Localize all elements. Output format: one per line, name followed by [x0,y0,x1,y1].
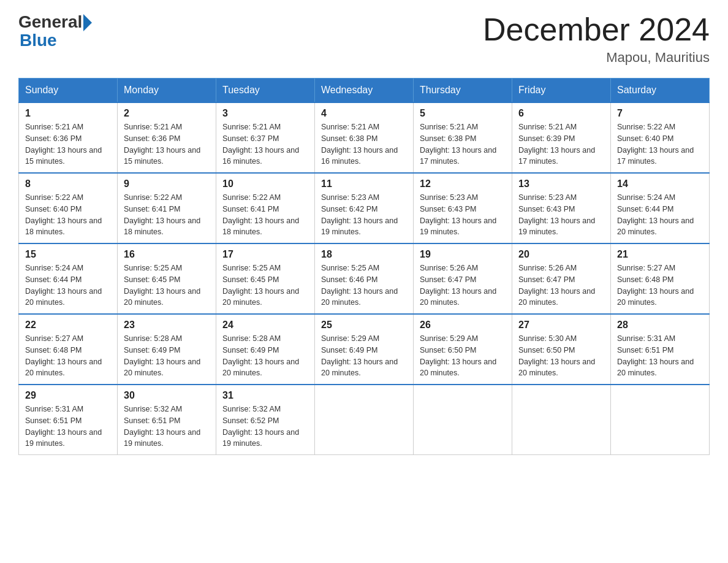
page-header: General Blue December 2024 Mapou, Maurit… [18,12,710,66]
day-info: Sunrise: 5:28 AM Sunset: 6:49 PM Dayligh… [124,333,210,379]
calendar-table: Sunday Monday Tuesday Wednesday Thursday… [18,78,710,455]
day-number: 1 [25,108,111,119]
table-row: 23 Sunrise: 5:28 AM Sunset: 6:49 PM Dayl… [118,314,216,385]
calendar-week-row: 1 Sunrise: 5:21 AM Sunset: 6:36 PM Dayli… [19,102,710,173]
col-wednesday: Wednesday [315,79,414,103]
calendar-week-row: 8 Sunrise: 5:22 AM Sunset: 6:40 PM Dayli… [19,173,710,243]
table-row: 9 Sunrise: 5:22 AM Sunset: 6:41 PM Dayli… [118,173,216,243]
day-number: 15 [25,249,111,260]
day-number: 19 [420,249,506,260]
table-row: 30 Sunrise: 5:32 AM Sunset: 6:51 PM Dayl… [118,385,216,455]
day-number: 27 [518,320,604,331]
table-row: 11 Sunrise: 5:23 AM Sunset: 6:42 PM Dayl… [315,173,414,243]
day-info: Sunrise: 5:21 AM Sunset: 6:36 PM Dayligh… [25,121,111,167]
day-number: 7 [617,108,703,119]
table-row: 16 Sunrise: 5:25 AM Sunset: 6:45 PM Dayl… [118,243,216,314]
day-number: 12 [420,178,506,190]
table-row [512,385,611,455]
day-number: 14 [617,178,703,190]
day-number: 30 [124,390,210,401]
day-number: 31 [222,390,308,401]
table-row: 1 Sunrise: 5:21 AM Sunset: 6:36 PM Dayli… [19,102,118,173]
table-row: 13 Sunrise: 5:23 AM Sunset: 6:43 PM Dayl… [512,173,611,243]
table-row: 28 Sunrise: 5:31 AM Sunset: 6:51 PM Dayl… [611,314,710,385]
logo-text-blue: Blue [20,32,57,49]
day-info: Sunrise: 5:22 AM Sunset: 6:41 PM Dayligh… [222,192,308,238]
day-info: Sunrise: 5:32 AM Sunset: 6:52 PM Dayligh… [222,404,308,450]
month-year-title: December 2024 [483,12,710,47]
table-row: 19 Sunrise: 5:26 AM Sunset: 6:47 PM Dayl… [414,243,512,314]
logo-triangle-icon [83,14,92,31]
logo: General Blue [18,12,92,49]
table-row [414,385,512,455]
day-info: Sunrise: 5:25 AM Sunset: 6:45 PM Dayligh… [124,262,210,308]
day-info: Sunrise: 5:27 AM Sunset: 6:48 PM Dayligh… [25,333,111,379]
table-row: 25 Sunrise: 5:29 AM Sunset: 6:49 PM Dayl… [315,314,414,385]
day-info: Sunrise: 5:23 AM Sunset: 6:43 PM Dayligh… [518,192,604,238]
day-number: 29 [25,390,111,401]
table-row: 29 Sunrise: 5:31 AM Sunset: 6:51 PM Dayl… [19,385,118,455]
day-number: 18 [321,249,407,260]
col-tuesday: Tuesday [216,79,315,103]
day-number: 28 [617,320,703,331]
day-number: 26 [420,320,506,331]
calendar-week-row: 15 Sunrise: 5:24 AM Sunset: 6:44 PM Dayl… [19,243,710,314]
day-info: Sunrise: 5:22 AM Sunset: 6:40 PM Dayligh… [25,192,111,238]
day-number: 25 [321,320,407,331]
day-info: Sunrise: 5:21 AM Sunset: 6:39 PM Dayligh… [518,121,604,167]
day-number: 3 [222,108,308,119]
table-row: 17 Sunrise: 5:25 AM Sunset: 6:45 PM Dayl… [216,243,315,314]
day-info: Sunrise: 5:23 AM Sunset: 6:43 PM Dayligh… [420,192,506,238]
day-number: 4 [321,108,407,119]
day-info: Sunrise: 5:24 AM Sunset: 6:44 PM Dayligh… [617,192,703,238]
table-row: 24 Sunrise: 5:28 AM Sunset: 6:49 PM Dayl… [216,314,315,385]
logo-text-general: General [18,12,82,32]
day-number: 20 [518,249,604,260]
table-row: 27 Sunrise: 5:30 AM Sunset: 6:50 PM Dayl… [512,314,611,385]
table-row: 14 Sunrise: 5:24 AM Sunset: 6:44 PM Dayl… [611,173,710,243]
day-info: Sunrise: 5:25 AM Sunset: 6:45 PM Dayligh… [222,262,308,308]
table-row [611,385,710,455]
day-info: Sunrise: 5:26 AM Sunset: 6:47 PM Dayligh… [420,262,506,308]
day-info: Sunrise: 5:27 AM Sunset: 6:48 PM Dayligh… [617,262,703,308]
day-number: 24 [222,320,308,331]
table-row [315,385,414,455]
day-info: Sunrise: 5:30 AM Sunset: 6:50 PM Dayligh… [518,333,604,379]
table-row: 26 Sunrise: 5:29 AM Sunset: 6:50 PM Dayl… [414,314,512,385]
calendar-week-row: 29 Sunrise: 5:31 AM Sunset: 6:51 PM Dayl… [19,385,710,455]
col-saturday: Saturday [611,79,710,103]
day-number: 23 [124,320,210,331]
table-row: 20 Sunrise: 5:26 AM Sunset: 6:47 PM Dayl… [512,243,611,314]
table-row: 22 Sunrise: 5:27 AM Sunset: 6:48 PM Dayl… [19,314,118,385]
day-info: Sunrise: 5:24 AM Sunset: 6:44 PM Dayligh… [25,262,111,308]
table-row: 2 Sunrise: 5:21 AM Sunset: 6:36 PM Dayli… [118,102,216,173]
table-row: 5 Sunrise: 5:21 AM Sunset: 6:38 PM Dayli… [414,102,512,173]
table-row: 6 Sunrise: 5:21 AM Sunset: 6:39 PM Dayli… [512,102,611,173]
table-row: 7 Sunrise: 5:22 AM Sunset: 6:40 PM Dayli… [611,102,710,173]
day-info: Sunrise: 5:29 AM Sunset: 6:49 PM Dayligh… [321,333,407,379]
day-info: Sunrise: 5:31 AM Sunset: 6:51 PM Dayligh… [25,404,111,450]
calendar-header-row: Sunday Monday Tuesday Wednesday Thursday… [19,79,710,103]
day-info: Sunrise: 5:22 AM Sunset: 6:41 PM Dayligh… [124,192,210,238]
col-thursday: Thursday [414,79,512,103]
day-number: 17 [222,249,308,260]
table-row: 31 Sunrise: 5:32 AM Sunset: 6:52 PM Dayl… [216,385,315,455]
table-row: 3 Sunrise: 5:21 AM Sunset: 6:37 PM Dayli… [216,102,315,173]
day-number: 9 [124,178,210,190]
day-info: Sunrise: 5:23 AM Sunset: 6:42 PM Dayligh… [321,192,407,238]
day-info: Sunrise: 5:25 AM Sunset: 6:46 PM Dayligh… [321,262,407,308]
day-number: 6 [518,108,604,119]
day-info: Sunrise: 5:21 AM Sunset: 6:37 PM Dayligh… [222,121,308,167]
table-row: 15 Sunrise: 5:24 AM Sunset: 6:44 PM Dayl… [19,243,118,314]
day-number: 10 [222,178,308,190]
day-info: Sunrise: 5:32 AM Sunset: 6:51 PM Dayligh… [124,404,210,450]
day-number: 13 [518,178,604,190]
day-number: 2 [124,108,210,119]
location-subtitle: Mapou, Mauritius [483,50,710,66]
day-number: 8 [25,178,111,190]
day-number: 16 [124,249,210,260]
day-info: Sunrise: 5:31 AM Sunset: 6:51 PM Dayligh… [617,333,703,379]
table-row: 18 Sunrise: 5:25 AM Sunset: 6:46 PM Dayl… [315,243,414,314]
day-info: Sunrise: 5:21 AM Sunset: 6:38 PM Dayligh… [321,121,407,167]
day-info: Sunrise: 5:22 AM Sunset: 6:40 PM Dayligh… [617,121,703,167]
